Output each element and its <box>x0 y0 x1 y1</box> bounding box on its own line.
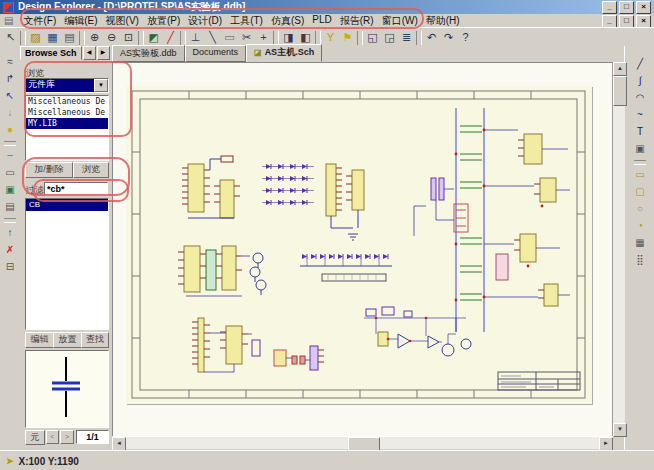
schematic-canvas[interactable] <box>112 62 613 438</box>
select-frame-icon[interactable]: ▭ <box>221 30 238 45</box>
horizontal-scrollbar[interactable]: ◄ ► <box>112 436 612 449</box>
add-remove-button[interactable]: 加/删除 <box>25 162 73 178</box>
prev-part-button[interactable]: < <box>46 430 60 444</box>
filter-input[interactable] <box>44 182 108 196</box>
chevron-down-icon[interactable]: ▼ <box>94 79 108 92</box>
scroll-down-button[interactable]: ▼ <box>613 423 627 437</box>
array-paste-icon[interactable]: ⣿ <box>632 252 648 267</box>
part-button[interactable]: 元 <box>25 430 45 445</box>
annotate-icon[interactable]: ≣ <box>398 30 415 45</box>
close-button[interactable]: × <box>636 1 651 14</box>
scroll-up-button[interactable]: ▲ <box>613 62 627 76</box>
separator <box>416 31 422 45</box>
graph-tool-icon[interactable]: ▦ <box>632 235 648 250</box>
library-list-item[interactable]: Miscellaneous De <box>26 107 108 118</box>
move-up-icon[interactable]: ↑ <box>3 225 18 240</box>
zoom-document-icon[interactable]: ⊡ <box>120 30 137 45</box>
help-icon[interactable]: ? <box>457 30 474 45</box>
scroll-left-button[interactable]: ◄ <box>112 437 126 451</box>
component-list: CB <box>25 198 109 330</box>
wizard-icon[interactable]: Y <box>322 30 339 45</box>
menu-view[interactable]: 视图(V) <box>102 14 143 28</box>
menu-reports[interactable]: 报告(R) <box>336 14 378 28</box>
line-tool-icon[interactable]: ╱ <box>632 56 648 71</box>
library-icon[interactable]: ◨ <box>280 30 297 45</box>
horizontal-scroll-thumb[interactable] <box>348 437 380 451</box>
cut-icon[interactable]: ✂ <box>238 30 255 45</box>
find-button[interactable]: 查找 <box>81 332 109 348</box>
arc-tool-icon[interactable]: ◠ <box>632 90 648 105</box>
rectangle-tool-icon[interactable]: ▭ <box>632 167 648 182</box>
paste-picture-icon[interactable]: ▣ <box>632 141 648 156</box>
menu-simulate[interactable]: 仿真(S) <box>267 14 308 28</box>
down-hierarchy-icon[interactable]: ◲ <box>381 30 398 45</box>
report-tool-icon[interactable]: ▤ <box>3 199 18 214</box>
cursor-tool-icon[interactable]: ↖ <box>3 88 18 103</box>
undo-icon[interactable]: ↶ <box>423 30 440 45</box>
vertical-scroll-thumb[interactable] <box>613 76 627 106</box>
tab-database[interactable]: ◪AS实验板.ddb <box>112 45 185 62</box>
flag-icon[interactable]: ⚑ <box>339 30 356 45</box>
menu-tools[interactable]: 工具(T) <box>226 14 267 28</box>
minimize-button[interactable]: _ <box>602 1 617 14</box>
edit-button[interactable]: 编辑 <box>25 332 54 348</box>
tab-schematic[interactable]: ◪AS主机.Sch <box>246 44 322 62</box>
zoom-in-icon[interactable]: ⊕ <box>86 30 103 45</box>
delete-tool-icon[interactable]: ✗ <box>3 242 18 257</box>
part-page-indicator: 1/1 <box>76 430 109 444</box>
vertical-scrollbar[interactable]: ▲ ▼ <box>612 62 625 436</box>
restore-button[interactable]: □ <box>619 1 634 14</box>
frame-tool-icon[interactable]: ▭ <box>3 165 18 180</box>
power-port-icon[interactable]: ⊥ <box>187 30 204 45</box>
save-icon[interactable]: ▦ <box>44 30 61 45</box>
menu-place[interactable]: 放置(P) <box>143 14 184 28</box>
draw-line-icon[interactable]: ╲ <box>204 30 221 45</box>
library-list-item[interactable]: MY.LIB <box>26 118 108 129</box>
browse-library-icon[interactable]: ◩ <box>145 30 162 45</box>
part-nav-row: 元 < > 1/1 <box>25 430 109 444</box>
bus-entry-icon[interactable]: ↱ <box>3 71 18 86</box>
bezier-tool-icon[interactable]: ∫ <box>632 73 648 88</box>
pie-tool-icon[interactable]: ◔ <box>632 218 648 233</box>
zoom-out-icon[interactable]: ⊖ <box>103 30 120 45</box>
text-tool-icon[interactable]: T <box>632 124 648 139</box>
place-button[interactable]: 放置 <box>53 332 82 348</box>
move-icon[interactable]: + <box>255 30 272 45</box>
separator <box>79 31 85 45</box>
menu-file[interactable]: 文件(F) <box>19 14 60 28</box>
sheet-symbol-icon[interactable]: ◧ <box>297 30 314 45</box>
highlight-tool-icon[interactable]: ● <box>3 122 18 137</box>
dashed-select-icon[interactable]: ┄ <box>3 148 18 163</box>
round-rect-tool-icon[interactable]: ▢ <box>632 184 648 199</box>
menu-help[interactable]: 帮助(H) <box>422 14 464 28</box>
component-list-item[interactable]: CB <box>26 199 108 211</box>
curve-tool-icon[interactable]: ~ <box>632 107 648 122</box>
up-hierarchy-icon[interactable]: ◱ <box>364 30 381 45</box>
print-icon[interactable]: ▤ <box>61 30 78 45</box>
wire-squiggle-icon[interactable]: ≈ <box>3 54 18 69</box>
next-part-button[interactable]: > <box>60 430 74 444</box>
library-type-dropdown[interactable]: 元件库 ▼ <box>25 78 109 93</box>
cursor-select-icon[interactable]: ↖ <box>2 30 19 45</box>
tab-documents[interactable]: ◪Documents <box>185 45 247 62</box>
open-document-icon[interactable]: ▨ <box>27 30 44 45</box>
menu-design[interactable]: 设计(D) <box>184 14 226 28</box>
document-tab-bar: ◪AS实验板.ddb◪Documents◪AS主机.Sch <box>112 46 624 63</box>
scroll-right-button[interactable]: ► <box>599 437 613 451</box>
wiring-tools-icon[interactable]: ╱ <box>162 30 179 45</box>
ellipse-tool-icon[interactable]: ○ <box>632 201 648 216</box>
browse-button[interactable]: 浏览 <box>73 162 109 178</box>
panel-scroll-left-button[interactable]: ◀ <box>83 46 96 60</box>
tab-browse-sch[interactable]: Browse Sch <box>20 46 82 60</box>
menu-window[interactable]: 窗口(W) <box>378 14 422 28</box>
align-tool-icon[interactable]: ⊟ <box>3 259 18 274</box>
menu-pld[interactable]: PLD <box>308 14 335 28</box>
main-toolbar: ↖▨▦▤⊕⊖⊡◩╱⊥╲▭✂+◨◧Y⚑◱◲≣↶↷? <box>0 27 654 48</box>
schematic-sheet[interactable] <box>126 86 592 404</box>
menu-edit[interactable]: 编辑(E) <box>60 14 101 28</box>
redo-icon[interactable]: ↷ <box>440 30 457 45</box>
filled-frame-icon[interactable]: ▣ <box>3 182 18 197</box>
panel-scroll-right-button[interactable]: ▶ <box>97 46 110 60</box>
move-down-icon[interactable]: ↓ <box>3 105 18 120</box>
library-list-item[interactable]: Miscellaneous De <box>26 96 108 107</box>
